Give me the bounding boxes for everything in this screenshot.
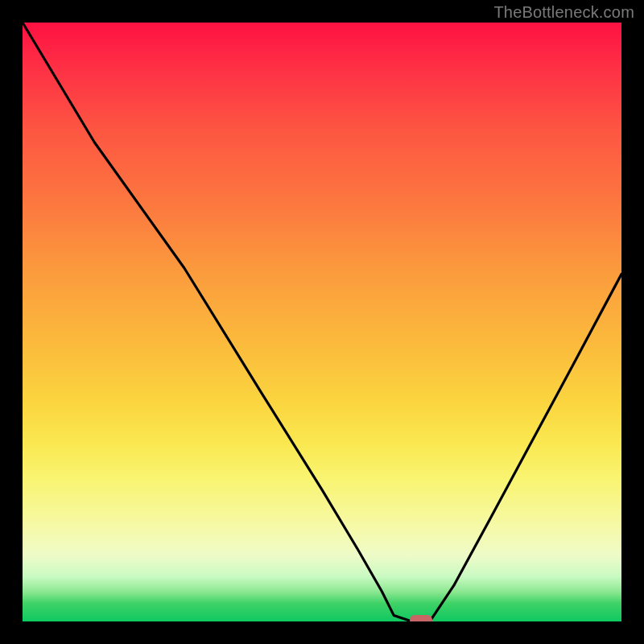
plot-area: [23, 23, 621, 621]
optimal-marker: [409, 612, 433, 621]
chart-frame: TheBottleneck.com: [0, 0, 644, 644]
svg-rect-0: [410, 615, 432, 621]
bottleneck-curve: [23, 23, 621, 621]
watermark-text: TheBottleneck.com: [493, 3, 634, 22]
